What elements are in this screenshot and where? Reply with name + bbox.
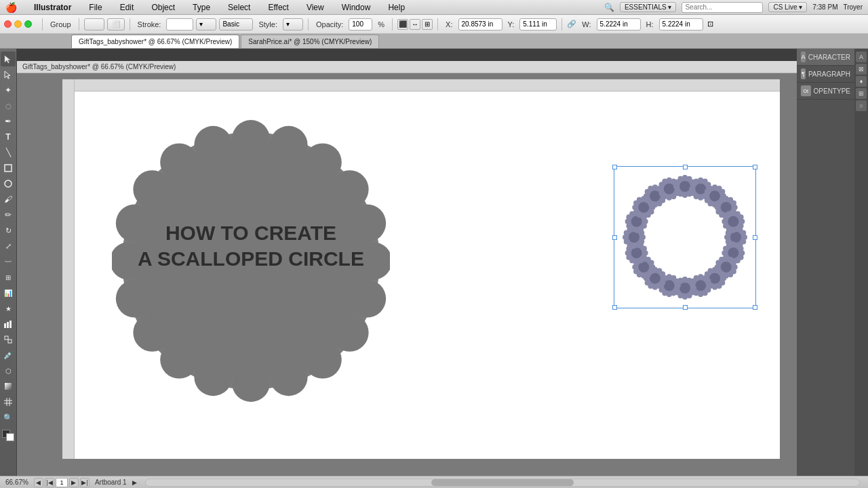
menu-type[interactable]: Type xyxy=(189,1,214,14)
tabs-bar: GiftTags_babyshower* @ 66.67% (CMYK/Prev… xyxy=(0,34,868,49)
gradient-tool[interactable] xyxy=(1,379,16,394)
line-tool[interactable]: ╲ xyxy=(1,145,16,160)
next-page-btn[interactable]: ▶ xyxy=(69,478,79,487)
handle-mr[interactable] xyxy=(753,235,757,240)
stroke-dropdown[interactable]: ▾ xyxy=(196,18,216,30)
menu-file[interactable]: File xyxy=(85,1,105,14)
brush-tool[interactable]: 🖌 xyxy=(1,192,16,207)
h-label: H: xyxy=(644,20,656,28)
mesh-tool[interactable] xyxy=(1,394,16,409)
selection-border xyxy=(614,166,756,308)
slice-tool[interactable] xyxy=(1,332,16,347)
svg-rect-0 xyxy=(5,165,12,171)
right-icon-2[interactable]: ⊠ xyxy=(856,64,867,75)
right-icon-5[interactable]: ○ xyxy=(856,100,867,111)
eyedropper-tool[interactable]: 💉 xyxy=(1,348,16,363)
apple-menu[interactable]: 🍎 xyxy=(5,2,17,13)
handle-tr[interactable] xyxy=(753,165,757,169)
blend-tool[interactable]: ⬡ xyxy=(1,363,16,378)
y-label: Y: xyxy=(505,20,517,28)
opentype-label: OPENTYPE xyxy=(814,87,850,95)
w-input[interactable] xyxy=(597,18,641,30)
opacity-input[interactable] xyxy=(349,18,372,30)
transform-tool[interactable]: ⊞ xyxy=(1,270,16,285)
scale-tool[interactable]: ⤢ xyxy=(1,239,16,253)
opentype-tab[interactable]: Ot OPENTYPE xyxy=(797,83,854,100)
lasso-tool[interactable]: ◌ xyxy=(1,98,16,113)
graph-tool[interactable]: 📊 xyxy=(1,285,16,300)
tab-sarahprice[interactable]: SarahPrice.ai* @ 150% (CMYK/Preview) xyxy=(241,35,379,48)
ring-of-circles xyxy=(617,169,753,305)
menu-effect[interactable]: Effect xyxy=(264,1,292,14)
handle-ml[interactable] xyxy=(612,235,617,240)
zoom-tool[interactable]: 🔍 xyxy=(1,410,16,425)
maximize-btn[interactable] xyxy=(24,20,32,28)
menu-edit[interactable]: Edit xyxy=(117,1,138,14)
style-dropdown[interactable]: ▾ xyxy=(283,18,303,30)
type-tool[interactable]: T xyxy=(1,129,16,144)
paragraph-tab[interactable]: ¶ PARAGRAPH xyxy=(797,66,854,83)
link-icon[interactable]: 🔗 xyxy=(567,20,576,28)
menu-select[interactable]: Select xyxy=(224,1,254,14)
menu-illustrator[interactable]: Illustrator xyxy=(31,1,75,14)
character-tab[interactable]: A CHARACTER xyxy=(797,49,854,66)
h-input[interactable] xyxy=(659,18,703,30)
menu-help[interactable]: Help xyxy=(384,1,408,14)
handle-bc[interactable] xyxy=(683,305,688,310)
stroke-swatch[interactable] xyxy=(6,433,14,441)
handle-tc[interactable] xyxy=(683,165,688,169)
stroke-input[interactable] xyxy=(166,18,193,30)
x-input[interactable] xyxy=(458,18,502,30)
first-page-btn[interactable]: |◀ xyxy=(45,478,54,487)
handle-br[interactable] xyxy=(753,305,757,310)
artboard-next-btn[interactable]: ▶ xyxy=(132,479,137,486)
h-scrollbar-thumb[interactable] xyxy=(431,479,574,486)
search-icon[interactable]: 🔍 xyxy=(604,3,614,12)
ellipse-tool[interactable] xyxy=(1,176,16,191)
y-input[interactable] xyxy=(519,18,557,30)
direct-selection-tool[interactable] xyxy=(1,67,16,82)
column-graph-tool[interactable] xyxy=(1,317,16,331)
statusbar: 66.67% ◀ |◀ ▶ ▶| Artboard 1 ▶ xyxy=(0,476,868,488)
style-label: Style: xyxy=(256,20,280,28)
menu-object[interactable]: Object xyxy=(148,1,178,14)
x-label: X: xyxy=(443,20,455,28)
handle-tl[interactable] xyxy=(612,165,617,169)
pencil-tool[interactable]: ✏ xyxy=(1,207,16,222)
selection-tool[interactable] xyxy=(1,52,16,66)
minimize-btn[interactable] xyxy=(14,20,22,28)
page-input[interactable] xyxy=(56,478,68,487)
scalloped-circle-large: HOW TO CREATE A SCALLOPED CIRCLE xyxy=(112,108,390,407)
handle-bl[interactable] xyxy=(612,305,617,310)
last-page-btn[interactable]: ▶| xyxy=(80,478,90,487)
menu-window[interactable]: Window xyxy=(338,1,374,14)
right-icon-1[interactable]: A xyxy=(856,52,867,62)
right-icon-4[interactable]: ⊞ xyxy=(856,88,867,99)
rotate-tool[interactable]: ↻ xyxy=(1,223,16,238)
tab-gifttags[interactable]: GiftTags_babyshower* @ 66.67% (CMYK/Prev… xyxy=(71,35,239,48)
prev-page-btn[interactable]: ◀ xyxy=(34,478,43,487)
constrain-icon[interactable]: ⊡ xyxy=(707,20,713,28)
svg-rect-7 xyxy=(5,383,12,390)
magic-wand-tool[interactable]: ✦ xyxy=(1,83,16,98)
arrange-btn[interactable]: ⬜ xyxy=(107,18,125,30)
rect-tool[interactable] xyxy=(1,161,16,176)
warp-tool[interactable]: 〰 xyxy=(1,254,16,269)
paragraph-icon: ¶ xyxy=(801,68,806,79)
style-box[interactable] xyxy=(84,18,104,30)
svg-rect-5 xyxy=(5,336,8,340)
search-input[interactable] xyxy=(682,2,763,13)
transform-icon1: ⬛ xyxy=(397,19,408,30)
pen-tool[interactable]: ✒ xyxy=(1,114,16,129)
cs-live-btn[interactable]: CS Live ▾ xyxy=(768,2,807,12)
symbol-tool[interactable]: ★ xyxy=(1,301,16,316)
right-icon-3[interactable]: ♦ xyxy=(856,76,867,87)
basic-dropdown[interactable]: Basic xyxy=(219,18,253,30)
menu-view[interactable]: View xyxy=(303,1,328,14)
character-icon: A xyxy=(801,52,806,62)
close-btn[interactable] xyxy=(4,20,12,28)
menu-right-area: 🔍 ESSENTIALS ▾ CS Live ▾ 7:38 PM Troyer xyxy=(604,2,863,13)
toolbar: Group ⬜ Stroke: ▾ Basic Style: ▾ Opacity… xyxy=(0,15,868,34)
essentials-dropdown[interactable]: ESSENTIALS ▾ xyxy=(620,2,676,12)
transform-icon2: ↔ xyxy=(410,19,420,30)
